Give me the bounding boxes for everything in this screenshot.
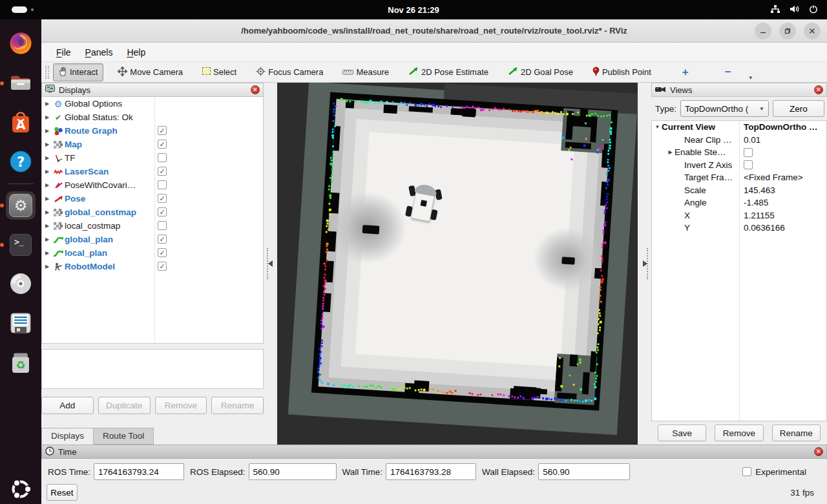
system-clock[interactable]: Nov 26 21:29 — [0, 5, 827, 15]
3d-viewport[interactable] — [277, 83, 638, 445]
collapse-left-arrow-icon[interactable] — [265, 260, 273, 267]
menu-file[interactable]: File — [50, 45, 77, 59]
network-icon[interactable] — [770, 5, 780, 16]
display-enabled-checkbox[interactable]: ✓ — [158, 207, 167, 216]
display-row-laserscan[interactable]: ▶LaserScan✓ — [42, 165, 263, 178]
view-prop-checkbox[interactable] — [744, 148, 753, 157]
display-enabled-checkbox[interactable] — [158, 153, 167, 162]
window-titlebar[interactable]: /home/yahboom/code_ws/install/road_net_r… — [41, 19, 827, 43]
tab-displays[interactable]: Displays — [41, 428, 94, 445]
expander-icon[interactable]: ▶ — [42, 101, 52, 107]
views-close-icon[interactable]: ✕ — [814, 85, 823, 94]
display-row-pose[interactable]: ▶Pose✓ — [42, 192, 263, 205]
reset-button[interactable]: Reset — [47, 484, 78, 501]
tool-select[interactable]: Select — [197, 65, 242, 79]
expander-icon[interactable]: ▶ — [42, 169, 52, 174]
add-button[interactable]: Add — [41, 397, 94, 414]
restore-button[interactable] — [779, 23, 796, 39]
tool-focus-camera[interactable]: Focus Camera — [251, 64, 328, 81]
display-enabled-checkbox[interactable]: ✓ — [158, 140, 167, 149]
views-save-button[interactable]: Save — [658, 425, 706, 441]
zero-button[interactable]: Zero — [773, 100, 824, 117]
views-rename-button[interactable]: Rename — [772, 425, 821, 441]
ros-time-input[interactable] — [94, 463, 184, 480]
expander-icon[interactable]: ▶ — [42, 128, 52, 134]
display-row-global-status-ok[interactable]: ▶✔Global Status: Ok — [42, 110, 263, 124]
view-prop-checkbox[interactable] — [744, 160, 753, 169]
toolbar-overflow-icon[interactable]: ▼ — [748, 75, 753, 81]
expander-icon[interactable]: ▶ — [666, 149, 675, 155]
display-row-tf[interactable]: ▶TF — [42, 151, 263, 165]
display-row-global-constmap[interactable]: ▶global_constmap✓ — [42, 205, 263, 219]
power-icon[interactable] — [809, 5, 818, 16]
remove-tool-button[interactable]: − — [720, 63, 737, 81]
dock-item-software[interactable]: A — [6, 109, 36, 137]
display-row-route-graph[interactable]: ▶Route Graph✓ — [42, 124, 263, 138]
wall-time-input[interactable] — [386, 463, 476, 480]
tool-move-camera[interactable]: Move Camera — [112, 64, 188, 81]
view-type-dropdown[interactable]: TopDownOrtho ( ▼ — [680, 100, 769, 117]
dock-item-firefox[interactable] — [6, 30, 36, 58]
expander-icon[interactable]: ▶ — [42, 264, 52, 269]
expander-icon[interactable]: ▼ — [653, 124, 662, 130]
display-enabled-checkbox[interactable] — [158, 180, 167, 189]
dock-item-terminal[interactable]: >_ — [6, 231, 36, 259]
menu-panels[interactable]: Panels — [79, 45, 119, 59]
tool-2d-goal-pose[interactable]: 2D Goal Pose — [503, 64, 578, 80]
display-row-map[interactable]: ▶Map✓ — [42, 138, 263, 151]
right-splitter[interactable] — [638, 83, 651, 445]
tab-route-tool[interactable]: Route Tool — [93, 428, 154, 445]
minimize-button[interactable] — [755, 23, 771, 39]
experimental-checkbox[interactable] — [742, 467, 751, 476]
display-enabled-checkbox[interactable]: ✓ — [158, 126, 167, 135]
expander-icon[interactable]: ▶ — [42, 196, 52, 202]
display-row-global-options[interactable]: ▶⚙Global Options — [42, 97, 263, 110]
display-row-local-plan[interactable]: ▶local_plan✓ — [42, 246, 263, 260]
wall-notch — [323, 293, 331, 312]
display-enabled-checkbox[interactable]: ✓ — [158, 167, 167, 176]
views-remove-button[interactable]: Remove — [715, 425, 763, 441]
display-enabled-checkbox[interactable] — [158, 221, 167, 230]
dock-item-settings[interactable]: ⚙ — [6, 191, 36, 220]
time-close-icon[interactable]: ✕ — [814, 447, 823, 456]
display-row-posewithcovari-[interactable]: ▶PoseWithCovari… — [42, 178, 263, 192]
close-button[interactable] — [804, 23, 821, 39]
expander-icon[interactable]: ▶ — [42, 114, 52, 120]
display-row-local-costmap[interactable]: ▶local_costmap — [42, 219, 263, 233]
ros-elapsed-input[interactable] — [249, 463, 337, 480]
time-panel-header[interactable]: Time ✕ — [41, 445, 827, 459]
dock-item-floppy[interactable] — [6, 310, 36, 338]
dock-item-disc[interactable] — [6, 270, 36, 299]
menu-help[interactable]: Help — [121, 45, 151, 59]
display-enabled-checkbox[interactable]: ✓ — [158, 194, 167, 203]
expander-icon[interactable]: ▶ — [42, 223, 52, 229]
expander-icon[interactable]: ▶ — [42, 209, 52, 215]
views-panel-header[interactable]: Views ✕ — [651, 83, 827, 97]
display-enabled-checkbox[interactable]: ✓ — [158, 262, 167, 271]
tool-publish-point[interactable]: Publish Point — [587, 64, 656, 81]
displays-close-icon[interactable]: ✕ — [251, 85, 260, 94]
wall-elapsed-input[interactable] — [538, 463, 630, 480]
display-row-global-plan[interactable]: ▶global_plan✓ — [42, 233, 263, 246]
display-enabled-checkbox[interactable]: ✓ — [158, 248, 167, 257]
dock-item-files[interactable] — [6, 69, 36, 98]
volume-icon[interactable] — [790, 5, 800, 16]
displays-panel-header[interactable]: Displays ✕ — [41, 83, 264, 97]
expander-icon[interactable]: ▶ — [42, 142, 52, 147]
dock-item-help[interactable]: ? — [6, 148, 36, 176]
tool-2d-pose-estimate[interactable]: 2D Pose Estimate — [403, 64, 494, 80]
tool-interact[interactable]: Interact — [53, 63, 103, 81]
expander-icon[interactable]: ▶ — [42, 250, 52, 256]
dock-item-ubuntu-logo[interactable] — [6, 476, 36, 504]
expander-icon[interactable]: ▶ — [42, 155, 52, 161]
dock-item-trash[interactable]: ♻ — [6, 349, 36, 377]
display-row-robotmodel[interactable]: ▶RobotModel✓ — [42, 260, 263, 273]
tool-measure[interactable]: Measure — [337, 65, 394, 79]
add-tool-button[interactable]: + — [677, 63, 694, 81]
expander-icon[interactable]: ▶ — [42, 182, 52, 188]
display-enabled-checkbox[interactable]: ✓ — [158, 235, 167, 244]
toolbar-drag-handle-icon[interactable] — [45, 66, 49, 79]
system-tray[interactable] — [770, 0, 818, 19]
expander-icon[interactable]: ▶ — [42, 236, 52, 242]
left-splitter[interactable] — [264, 83, 277, 445]
